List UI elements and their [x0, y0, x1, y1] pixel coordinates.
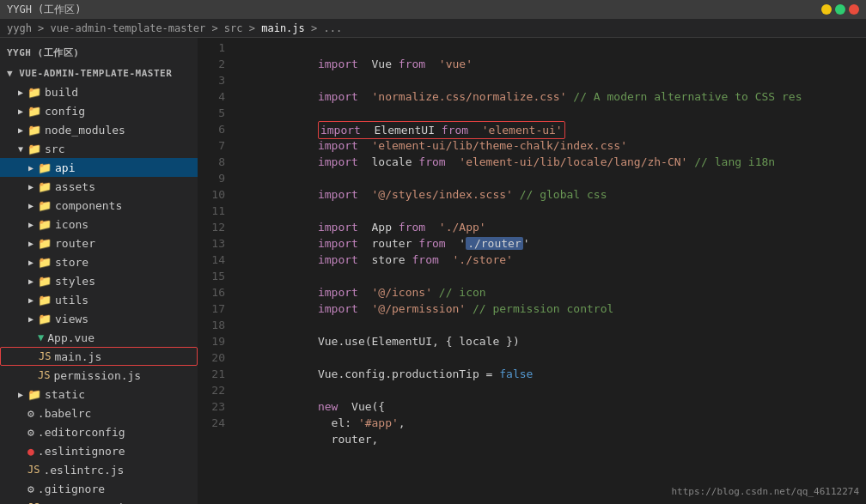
code-line-18: Vue.use(ElementUI, { locale }) — [237, 317, 866, 333]
sidebar-item-babelrc[interactable]: ⚙ .babelrc — [0, 404, 198, 422]
breadcrumb-text: yygh > vue-admin-template-master > src >… — [7, 22, 342, 34]
titlebar: YYGH (工作区) — [0, 0, 866, 19]
code-line-1: import Vue from 'vue' — [237, 39, 866, 56]
close-btn[interactable] — [849, 4, 859, 15]
arrow-icon: ▶ — [24, 258, 38, 267]
sidebar-item-label: styles — [55, 275, 95, 288]
folder-icon: 📁 — [38, 256, 52, 269]
sidebar-item-label: assets — [55, 180, 95, 193]
code-content[interactable]: 1 2 3 4 5 6 7 8 9 10 11 12 13 14 15 16 1 — [198, 38, 866, 504]
sidebar-item-src[interactable]: ▼ 📁 src — [0, 139, 198, 158]
sidebar-item-label: node_modules — [45, 124, 125, 137]
sidebar-item-assets[interactable]: ▶ 📁 assets — [0, 177, 198, 196]
sidebar-item-label: components — [55, 199, 122, 212]
code-line-9: import '@/styles/index.scss' // global c… — [237, 170, 866, 186]
sidebar-item-label: .editorconfig — [38, 426, 125, 439]
sidebar-item-label: .gitignore — [38, 483, 105, 495]
sidebar-item-label: api — [55, 161, 75, 174]
code-lines: import Vue from 'vue' import 'normalize.… — [234, 38, 866, 504]
sidebar-item-build[interactable]: ▶ 📁 build — [0, 82, 198, 101]
folder-icon: 📁 — [27, 143, 41, 155]
sidebar-item-config[interactable]: ▶ 📁 config — [0, 101, 198, 120]
folder-icon: 📁 — [38, 218, 52, 231]
sidebar-item-label: .eslintignore — [38, 445, 125, 458]
dot-file-icon: ⚙ — [27, 407, 34, 420]
sidebar-item-eslintignore[interactable]: ● .eslintignore — [0, 441, 198, 460]
sidebar-item-utils[interactable]: ▶ 📁 utils — [0, 290, 198, 309]
sidebar-item-api[interactable]: ▶ 📁 api — [0, 158, 198, 177]
sidebar-item-node-modules[interactable]: ▶ 📁 node_modules — [0, 120, 198, 139]
main-content: YYGH (工作区) ▼ vue-admin-template-master ▶… — [0, 38, 866, 504]
vue-file-icon: ▼ — [38, 331, 44, 343]
code-line-22: new Vue({ — [237, 382, 866, 398]
arrow-icon: ▶ — [14, 125, 27, 135]
folder-icon: 📁 — [38, 237, 52, 250]
titlebar-controls — [821, 4, 859, 15]
arrow-icon: ▼ — [14, 144, 27, 154]
sidebar-item-views[interactable]: ▶ 📁 views — [0, 309, 198, 328]
sidebar-item-label: build — [45, 86, 78, 99]
folder-icon: 📁 — [27, 124, 41, 137]
sidebar-item-editorconfig[interactable]: ⚙ .editorconfig — [0, 422, 198, 441]
sidebar-item-label: .postcssrc.js — [43, 501, 131, 505]
arrow-icon: ▶ — [14, 88, 27, 97]
sidebar-item-label: .eslintrc.js — [43, 464, 124, 477]
code-line-5: import ElementUI from 'element-ui' — [237, 105, 866, 121]
arrow-icon: ▶ — [24, 201, 38, 210]
sidebar-item-gitignore[interactable]: ⚙ .gitignore — [0, 479, 198, 498]
titlebar-title: YYGH (工作区) — [7, 3, 82, 17]
sidebar-item-label: src — [45, 143, 64, 155]
arrow-icon: ▶ — [24, 182, 38, 191]
sidebar-item-router[interactable]: ▶ 📁 router — [0, 234, 198, 252]
sidebar-item-label: .babelrc — [38, 407, 92, 420]
sidebar-item-main-js[interactable]: JS main.js — [0, 347, 198, 366]
sidebar-item-label: router — [55, 237, 95, 250]
folder-icon: 📁 — [38, 275, 52, 288]
folder-icon: 📁 — [38, 294, 52, 307]
titlebar-left: YYGH (工作区) — [7, 3, 82, 17]
arrow-icon: ▶ — [14, 106, 27, 116]
editor-wrapper: 1 2 3 4 5 6 7 8 9 10 11 12 13 14 15 16 1 — [198, 38, 866, 504]
maximize-btn[interactable] — [835, 4, 845, 15]
folder-icon: 📁 — [38, 313, 52, 325]
code-line-15: import '@/icons' // icon — [237, 268, 866, 284]
folder-icon: 📁 — [27, 105, 41, 118]
sidebar-item-icons[interactable]: ▶ 📁 icons — [0, 215, 198, 234]
sidebar-item-postcssrc[interactable]: JS .postcssrc.js — [0, 498, 198, 504]
arrow-icon: ▶ — [24, 239, 38, 248]
arrow-icon: ▶ — [14, 390, 27, 399]
dot-file-icon: ⚙ — [27, 483, 34, 495]
js-file-icon: JS — [27, 464, 40, 476]
sidebar-item-components[interactable]: ▶ 📁 components — [0, 196, 198, 215]
sidebar-item-static[interactable]: ▶ 📁 static — [0, 385, 198, 404]
dot-file-icon: ⚙ — [27, 426, 34, 439]
js-file-icon: JS — [39, 350, 51, 362]
sidebar-item-label: store — [55, 256, 88, 269]
arrow-icon: ▶ — [24, 220, 38, 229]
js-file-icon: JS — [38, 369, 50, 381]
sidebar-item-label: App.vue — [47, 331, 95, 344]
arrow-icon: ▶ — [24, 276, 38, 286]
folder-icon: 📁 — [27, 86, 41, 99]
line-numbers: 1 2 3 4 5 6 7 8 9 10 11 12 13 14 15 16 1 — [198, 38, 234, 504]
sidebar-item-label: icons — [55, 218, 88, 231]
sidebar-item-store[interactable]: ▶ 📁 store — [0, 252, 198, 271]
sidebar-project-label: ▼ vue-admin-template-master — [0, 63, 198, 82]
folder-icon: 📁 — [38, 180, 52, 193]
folder-icon: 📁 — [38, 199, 52, 212]
folder-icon: 📁 — [27, 388, 41, 401]
sidebar-item-label: static — [45, 388, 85, 401]
sidebar-item-app-vue[interactable]: ▼ App.vue — [0, 328, 198, 347]
arrow-icon: ▶ — [24, 163, 38, 173]
sidebar-item-styles[interactable]: ▶ 📁 styles — [0, 271, 198, 290]
sidebar-root-label: YYGH (工作区) — [0, 41, 198, 63]
arrow-icon: ▶ — [24, 314, 38, 324]
sidebar: YYGH (工作区) ▼ vue-admin-template-master ▶… — [0, 38, 198, 504]
sidebar-item-label: permission.js — [53, 369, 141, 382]
sidebar-item-permission-js[interactable]: JS permission.js — [0, 366, 198, 385]
sidebar-item-label: main.js — [54, 350, 101, 363]
sidebar-item-eslintrc[interactable]: JS .eslintrc.js — [0, 460, 198, 479]
minimize-btn[interactable] — [821, 4, 832, 15]
circle-file-icon: ● — [27, 445, 34, 458]
watermark: https://blog.csdn.net/qq_46112274 — [671, 486, 859, 497]
